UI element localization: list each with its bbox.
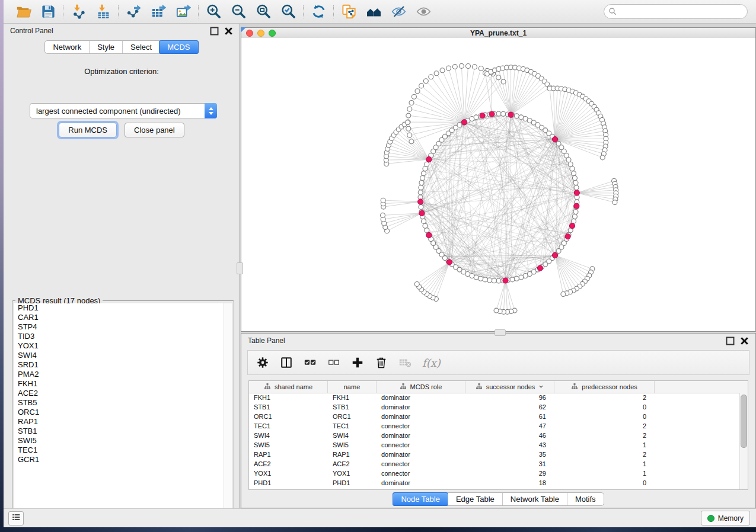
table-cell[interactable]: 2 <box>554 451 655 458</box>
mcds-result-item[interactable]: ORC1 <box>14 408 232 417</box>
graph-node[interactable] <box>381 213 385 217</box>
network-canvas[interactable] <box>241 38 755 331</box>
table-cell[interactable]: connector <box>377 460 465 467</box>
table-cell[interactable]: dominator <box>377 394 465 401</box>
table-cell[interactable]: 0 <box>554 413 655 420</box>
mcds-result-item[interactable]: CAR1 <box>14 313 232 322</box>
graph-node[interactable] <box>423 223 428 228</box>
table-cell[interactable]: 96 <box>465 394 554 401</box>
table-cell[interactable]: RAP1 <box>249 451 328 458</box>
column-header-mcds-role[interactable]: MCDS role <box>377 381 465 393</box>
table-scrollbar[interactable] <box>739 393 748 489</box>
mcds-node[interactable] <box>503 278 508 283</box>
graph-node[interactable] <box>419 181 424 185</box>
close-window-icon[interactable] <box>246 30 253 37</box>
mcds-result-item[interactable]: ACE2 <box>14 389 232 398</box>
table-cell[interactable]: 0 <box>554 403 655 411</box>
table-cell[interactable]: ORC1 <box>328 413 377 420</box>
graph-node[interactable] <box>473 65 477 69</box>
graph-node[interactable] <box>494 308 499 313</box>
mcds-node[interactable] <box>569 223 575 229</box>
graph-node[interactable] <box>418 190 423 195</box>
mcds-result-list[interactable]: PHD1CAR1STP4TID3YOX1SWI4SRD1PMA2FKH1ACE2… <box>14 303 232 518</box>
table-cell[interactable]: 47 <box>465 422 554 430</box>
import-table-icon[interactable] <box>94 3 112 21</box>
table-cell[interactable]: 29 <box>465 470 554 477</box>
function-builder-icon[interactable]: f(x) <box>422 357 441 369</box>
table-cell[interactable]: dominator <box>377 413 465 420</box>
maximize-window-icon[interactable] <box>269 30 276 37</box>
mcds-node[interactable] <box>426 232 432 238</box>
graph-node[interactable] <box>419 185 423 190</box>
tab-mcds[interactable]: MCDS <box>159 40 198 54</box>
graph-node[interactable] <box>409 101 414 105</box>
float-table-panel-icon[interactable] <box>726 336 735 345</box>
table-cell[interactable]: 1 <box>554 460 655 467</box>
mcds-node[interactable] <box>565 234 570 239</box>
graph-node[interactable] <box>452 65 457 69</box>
table-cell[interactable]: 0 <box>554 479 655 486</box>
graph-node[interactable] <box>407 133 412 137</box>
zoom-selected-icon[interactable] <box>279 3 297 21</box>
graph-node[interactable] <box>572 214 577 219</box>
memory-button[interactable]: Memory <box>701 511 750 525</box>
table-cell[interactable]: RAP1 <box>328 451 377 458</box>
table-cell[interactable]: 46 <box>465 432 554 439</box>
table-cell[interactable]: connector <box>377 470 465 477</box>
vertical-splitter-handle[interactable] <box>237 262 243 274</box>
table-cell[interactable]: dominator <box>377 403 465 411</box>
mcds-result-item[interactable]: GCR1 <box>14 455 232 464</box>
table-row[interactable]: TEC1TEC1connector472 <box>249 421 740 431</box>
mcds-node[interactable] <box>419 210 425 216</box>
table-cell[interactable]: FKH1 <box>249 394 328 401</box>
mcds-result-item[interactable]: RAP1 <box>14 417 232 427</box>
mcds-node[interactable] <box>537 265 543 271</box>
mcds-node[interactable] <box>489 111 495 117</box>
graph-node[interactable] <box>496 278 501 283</box>
graph-node[interactable] <box>501 79 506 84</box>
mcds-result-item[interactable]: SRD1 <box>14 360 232 370</box>
tab-network[interactable]: Network <box>45 41 89 53</box>
graph-node[interactable] <box>600 155 605 160</box>
show-all-icon[interactable] <box>414 3 432 21</box>
tab-style[interactable]: Style <box>89 41 122 53</box>
table-cell[interactable]: TEC1 <box>249 422 328 430</box>
import-network-icon[interactable] <box>69 3 87 21</box>
table-row[interactable]: ACE2ACE2connector311 <box>249 459 740 469</box>
settings-gear-icon[interactable] <box>256 356 269 369</box>
graph-node[interactable] <box>425 162 429 166</box>
table-row[interactable]: RAP1RAP1dominator352 <box>249 450 740 459</box>
graph-node[interactable] <box>422 171 426 176</box>
table-cell[interactable]: connector <box>377 441 465 448</box>
graph-node[interactable] <box>420 176 425 181</box>
graph-node[interactable] <box>514 276 519 281</box>
tab-motifs[interactable]: Motifs <box>567 493 604 505</box>
graph-node[interactable] <box>568 162 573 166</box>
mcds-result-item[interactable]: SWI4 <box>14 351 232 360</box>
table-cell[interactable]: YOX1 <box>249 470 328 477</box>
graph-node[interactable] <box>483 277 487 282</box>
graph-node[interactable] <box>479 66 483 71</box>
delete-table-icon[interactable] <box>398 356 412 369</box>
table-cell[interactable]: STB1 <box>328 403 377 411</box>
open-file-icon[interactable] <box>14 3 32 21</box>
table-cell[interactable]: ACE2 <box>328 460 377 467</box>
table-cell[interactable]: dominator <box>377 432 465 439</box>
export-network-icon[interactable] <box>125 3 142 21</box>
table-cell[interactable]: 35 <box>465 451 554 458</box>
table-cell[interactable]: dominator <box>377 451 465 458</box>
mcds-result-item[interactable]: STP4 <box>14 322 232 332</box>
mcds-result-item[interactable]: TID3 <box>14 332 232 341</box>
mcds-node[interactable] <box>480 113 485 118</box>
mcds-node[interactable] <box>574 190 579 196</box>
float-panel-icon[interactable] <box>210 27 219 36</box>
first-neighbors-icon[interactable] <box>365 3 382 21</box>
close-panel-button[interactable]: Close panel <box>125 123 184 137</box>
graph-node[interactable] <box>425 228 429 233</box>
mcds-result-item[interactable]: STB1 <box>14 427 232 436</box>
mcds-node[interactable] <box>552 252 557 258</box>
graph-node[interactable] <box>381 198 385 203</box>
tab-edge-table[interactable]: Edge Table <box>448 493 502 505</box>
column-header-name[interactable]: name <box>328 381 377 393</box>
graph-node[interactable] <box>574 185 579 190</box>
